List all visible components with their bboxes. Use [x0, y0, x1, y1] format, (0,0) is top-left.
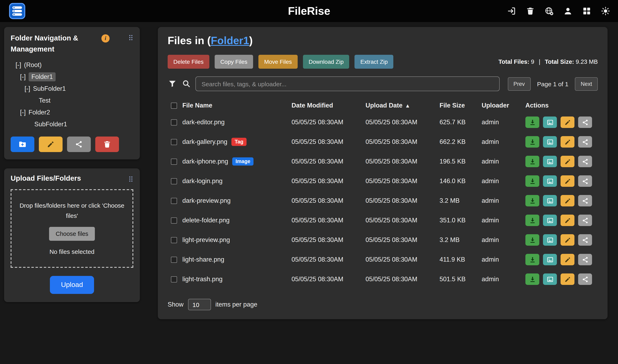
header-uploader[interactable]: Uploader: [482, 102, 526, 109]
file-name[interactable]: light-preview.png: [182, 236, 230, 244]
share-button[interactable]: [578, 117, 592, 128]
download-button[interactable]: [526, 234, 539, 246]
tree-label[interactable]: SubFolder1: [33, 85, 66, 92]
preview-button[interactable]: [543, 156, 557, 167]
rename-button[interactable]: [561, 195, 575, 207]
next-page-button[interactable]: Next: [575, 77, 598, 91]
download-button[interactable]: [526, 117, 539, 128]
file-name[interactable]: dark-preview.png: [182, 197, 231, 204]
file-name[interactable]: dark-gallery.png: [182, 138, 227, 145]
upload-button[interactable]: Upload: [50, 276, 94, 294]
header-date-modified[interactable]: Date Modified: [291, 102, 366, 109]
preview-button[interactable]: [543, 215, 557, 226]
row-checkbox[interactable]: [171, 198, 177, 204]
folder-tree-item[interactable]: Test: [11, 95, 133, 106]
search-button[interactable]: [182, 79, 191, 88]
download-button[interactable]: [526, 136, 539, 148]
delete-folder-button[interactable]: [95, 137, 119, 152]
download-button[interactable]: [526, 215, 539, 226]
row-checkbox[interactable]: [171, 237, 177, 243]
filter-button[interactable]: [168, 79, 177, 88]
rename-button[interactable]: [561, 254, 575, 265]
share-button[interactable]: [578, 215, 592, 226]
choose-files-button[interactable]: Choose files: [49, 227, 95, 241]
rename-folder-button[interactable]: [39, 137, 63, 152]
share-button[interactable]: [578, 254, 592, 265]
delete-files-button[interactable]: Delete Files: [168, 55, 209, 69]
row-checkbox[interactable]: [171, 139, 177, 145]
rename-button[interactable]: [561, 156, 575, 167]
tree-label[interactable]: SubFolder1: [34, 121, 67, 128]
header-file-size[interactable]: File Size: [440, 102, 482, 109]
select-all-checkbox[interactable]: [171, 102, 177, 108]
row-checkbox[interactable]: [171, 178, 177, 184]
file-name[interactable]: delete-folder.png: [182, 217, 230, 224]
row-checkbox[interactable]: [171, 257, 177, 263]
upload-dropzone[interactable]: Drop files/folders here or click 'Choose…: [11, 189, 133, 268]
preview-button[interactable]: [543, 273, 557, 285]
download-button[interactable]: [526, 175, 539, 187]
prev-page-button[interactable]: Prev: [508, 77, 530, 91]
share-folder-button[interactable]: [67, 137, 91, 152]
download-button[interactable]: [526, 254, 539, 265]
tree-toggle[interactable]: [-]: [15, 61, 21, 69]
copy-files-button[interactable]: Copy Files: [215, 55, 253, 69]
tree-label[interactable]: Folder1: [29, 72, 56, 81]
drag-handle-icon[interactable]: [128, 34, 133, 41]
download-button[interactable]: [526, 273, 539, 285]
user-menu-button[interactable]: [564, 7, 572, 15]
share-button[interactable]: [578, 136, 592, 148]
app-logo-button[interactable]: [9, 3, 25, 19]
file-name[interactable]: dark-editor.png: [182, 118, 225, 126]
preview-button[interactable]: [543, 175, 557, 187]
rename-button[interactable]: [561, 215, 575, 226]
row-checkbox[interactable]: [171, 276, 177, 282]
tree-label[interactable]: Test: [39, 97, 51, 104]
preview-button[interactable]: [543, 254, 557, 265]
preview-button[interactable]: [543, 117, 557, 128]
theme-toggle-button[interactable]: [601, 7, 610, 15]
share-button[interactable]: [578, 234, 592, 246]
tree-label[interactable]: Folder2: [29, 109, 50, 116]
folder-tree-item[interactable]: SubFolder1: [11, 118, 133, 130]
file-name[interactable]: light-share.png: [182, 256, 224, 263]
globe-button[interactable]: [545, 7, 554, 15]
row-checkbox[interactable]: [171, 158, 177, 165]
logout-button[interactable]: [507, 7, 516, 15]
download-button[interactable]: [526, 156, 539, 167]
preview-button[interactable]: [543, 136, 557, 148]
rename-button[interactable]: [561, 234, 575, 246]
current-folder-link[interactable]: Folder1: [211, 34, 249, 47]
tree-toggle[interactable]: [-]: [20, 73, 26, 80]
share-button[interactable]: [578, 273, 592, 285]
file-name[interactable]: light-trash.png: [182, 275, 223, 283]
rename-button[interactable]: [561, 117, 575, 128]
rename-button[interactable]: [561, 273, 575, 285]
folder-tree-item[interactable]: [-] Folder1: [11, 71, 133, 83]
preview-button[interactable]: [543, 234, 557, 246]
drag-handle-icon[interactable]: [128, 176, 133, 182]
info-icon[interactable]: i: [101, 34, 110, 42]
header-upload-date[interactable]: Upload Date▲: [366, 102, 440, 109]
tree-toggle[interactable]: [-]: [20, 109, 26, 116]
extract-zip-button[interactable]: Extract Zip: [355, 55, 394, 69]
rename-button[interactable]: [561, 136, 575, 148]
grid-view-button[interactable]: [582, 7, 591, 15]
folder-tree-item[interactable]: [-] SubFolder1: [11, 83, 133, 95]
share-button[interactable]: [578, 156, 592, 167]
header-file-name[interactable]: File Name: [182, 102, 291, 109]
rename-button[interactable]: [561, 175, 575, 187]
folder-tree-item[interactable]: [-] (Root): [11, 59, 133, 71]
create-folder-button[interactable]: [11, 137, 34, 152]
download-button[interactable]: [526, 195, 539, 207]
items-per-page-input[interactable]: [188, 299, 211, 310]
row-checkbox[interactable]: [171, 217, 177, 223]
row-checkbox[interactable]: [171, 119, 177, 125]
tree-toggle[interactable]: [-]: [25, 85, 30, 92]
share-button[interactable]: [578, 195, 592, 207]
move-files-button[interactable]: Move Files: [258, 55, 297, 69]
file-name[interactable]: dark-login.png: [182, 177, 223, 185]
preview-button[interactable]: [543, 195, 557, 207]
tree-label[interactable]: (Root): [24, 61, 42, 69]
download-zip-button[interactable]: Download Zip: [303, 55, 349, 69]
